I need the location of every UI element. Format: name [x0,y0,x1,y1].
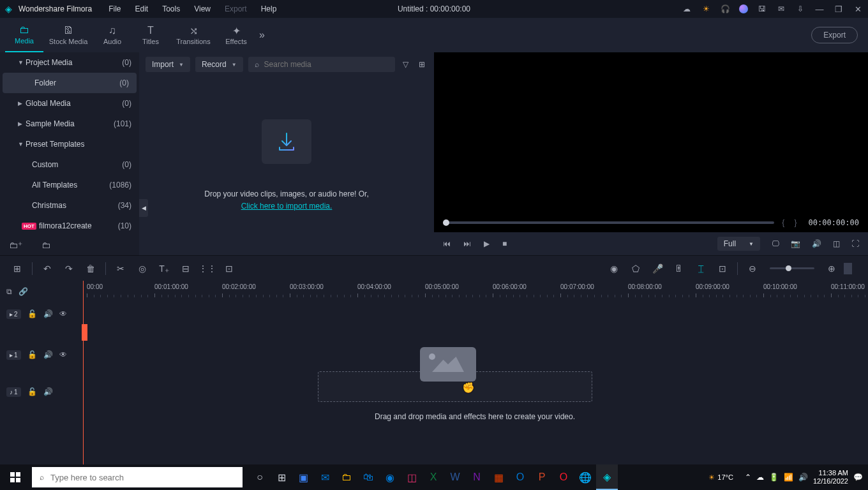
crop-button[interactable]: ⊟ [176,259,195,278]
task-view-icon[interactable]: ⊞ [271,464,292,490]
tab-audio[interactable]: ♫Audio [93,18,131,52]
tree-preset-templates[interactable]: ▼Preset Templates [0,134,139,154]
menu-file[interactable]: File [105,4,124,13]
menu-tools[interactable]: Tools [158,4,184,13]
adjust-button[interactable]: ⋮⋮ [198,259,217,278]
grid-view-button[interactable]: ⊞ [416,57,428,71]
filter-button[interactable]: ▽ [400,57,411,71]
wifi-icon[interactable]: 📶 [784,473,793,482]
mute-icon[interactable]: 🔊 [43,309,53,318]
search-input[interactable] [264,60,389,69]
tree-global-media[interactable]: ▶Global Media(0) [0,93,139,114]
scrub-thumb[interactable] [443,219,449,226]
tree-project-media[interactable]: ▼Project Media(0) [0,52,139,73]
cortana-icon[interactable]: ○ [249,464,271,490]
mute-icon[interactable]: 🔊 [43,387,53,396]
audio-track-1-header[interactable]: ♪1 🔓 🔊 [0,380,82,403]
marker-button[interactable]: ⬠ [626,259,645,278]
zoom-out-button[interactable]: ⊖ [743,259,762,278]
undo-button[interactable]: ↶ [38,259,57,278]
clock[interactable]: 11:38 AM12/16/2022 [813,469,848,486]
snapshot-button[interactable]: 📷 [791,239,800,248]
edge-icon[interactable]: ◉ [379,464,401,490]
timeline-tracks[interactable]: 00:0000:01:00:0000:02:00:0000:03:00:0000… [82,281,868,464]
text-button[interactable]: T₊ [154,259,174,278]
menu-help[interactable]: Help [257,4,281,13]
cut-button[interactable]: ✂ [111,259,130,278]
visibility-icon[interactable]: 👁 [59,309,67,318]
tree-all-templates[interactable]: All Templates(1086) [0,175,139,195]
tab-stock-media[interactable]: 🖻Stock Media [43,18,93,52]
app-icon[interactable]: ▦ [488,464,509,490]
snap-button[interactable]: ⌶ [691,259,710,278]
import-drop-box[interactable] [262,119,311,164]
tab-media[interactable]: 🗀Media [5,18,43,52]
import-media-link[interactable]: Click here to import media. [241,202,333,211]
link-button[interactable]: ◎ [133,259,152,278]
tree-sample-media[interactable]: ▶Sample Media(101) [0,114,139,134]
more-tabs-button[interactable]: » [259,29,265,41]
video-track-1-header[interactable]: ▸1 🔓 🔊 👁 [0,343,82,366]
cloud-icon[interactable]: ☁ [682,4,692,14]
import-dropdown[interactable]: Import▼ [146,57,190,72]
volume-icon[interactable]: 🔊 [798,473,808,482]
prev-frame-button[interactable]: ⏮ [443,239,451,248]
message-icon[interactable]: ✉ [776,4,786,14]
app-icon[interactable]: ▣ [292,464,314,490]
support-icon[interactable]: 🎧 [720,4,730,14]
timeline-ruler[interactable]: 00:0000:01:00:0000:02:00:0000:03:00:0000… [82,281,868,302]
mail-icon[interactable]: ✉ [314,464,336,490]
chrome-icon[interactable]: 🌐 [574,464,596,490]
tips-icon[interactable]: ☀ [701,4,711,14]
display-button[interactable]: 🖵 [772,239,779,248]
minimize-button[interactable]: — [814,4,825,14]
video-track-2-header[interactable]: ▸2 🔓 🔊 👁 [0,302,82,325]
onenote-icon[interactable]: N [466,464,488,490]
fullscreen-button[interactable]: ⛶ [851,239,859,248]
battery-icon[interactable]: 🔋 [769,473,779,482]
opera-icon[interactable]: O [553,464,574,490]
store-icon[interactable]: 🛍 [357,464,379,490]
delete-button[interactable]: 🗑 [81,259,100,278]
filmora-taskbar-icon[interactable]: ◈ [596,464,618,490]
zoom-thumb[interactable] [786,265,791,271]
onedrive-icon[interactable]: ☁ [756,473,764,482]
maximize-button[interactable]: ❐ [834,4,844,14]
outlook-icon[interactable]: O [509,464,531,490]
add-track-button[interactable]: ⊞ [8,259,27,278]
tree-christmas[interactable]: Christmas(34) [0,195,139,216]
download-icon[interactable]: ⇩ [795,4,805,14]
tray-chevron-icon[interactable]: ⌃ [745,473,751,482]
powerpoint-icon[interactable]: P [531,464,553,490]
tab-titles[interactable]: TTitles [131,18,170,52]
excel-icon[interactable]: X [423,464,444,490]
compare-button[interactable]: ◫ [833,239,840,248]
tree-custom[interactable]: Custom(0) [0,154,139,175]
instagram-icon[interactable]: ◫ [401,464,423,490]
stop-button[interactable]: ■ [502,239,507,248]
tab-transitions[interactable]: ⤭Transitions [170,18,217,52]
media-drop-area[interactable]: Drop your video clips, images, or audio … [139,77,434,255]
account-icon[interactable] [739,4,748,13]
notifications-icon[interactable]: 💬 [853,473,863,482]
zoom-slider[interactable] [770,267,814,269]
next-frame-button[interactable]: ⏭ [463,239,471,248]
duplicate-button[interactable]: ⧉ [6,287,12,296]
mute-icon[interactable]: 🔊 [43,350,53,359]
weather-widget[interactable]: ☀17°C [708,473,733,482]
record-dropdown[interactable]: Record▼ [195,57,243,72]
volume-button[interactable]: 🔊 [812,239,821,248]
search-box[interactable]: ⌕ [248,57,395,72]
new-folder-button[interactable]: 🗀⁺ [9,240,22,250]
playhead-knob[interactable] [82,324,87,341]
lock-icon[interactable]: 🔓 [27,350,37,359]
save-icon[interactable]: 🖫 [757,4,767,14]
redo-button[interactable]: ↷ [59,259,79,278]
link-tracks-button[interactable]: 🔗 [19,287,28,296]
word-icon[interactable]: W [444,464,466,490]
export-button[interactable]: Export [811,27,858,43]
detach-button[interactable]: ⊡ [220,259,239,278]
play-button[interactable]: ▶ [484,239,490,248]
fit-button[interactable]: ⊡ [713,259,732,278]
close-button[interactable]: ✕ [853,4,863,14]
